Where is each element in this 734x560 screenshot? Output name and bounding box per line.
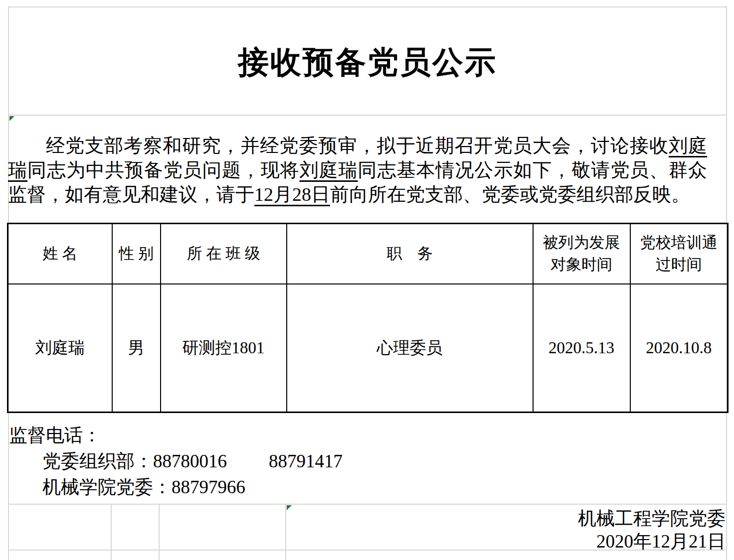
candidate-table: 姓 名 性 别 所 在 班 级 职 务 被列为发展 对象时间 党校培训通 过时间… (7, 223, 729, 413)
column-header-position: 职 务 (287, 224, 533, 284)
gridline-vertical (111, 504, 112, 560)
paragraph-text: 同志为中共预备党员问题，现将 (27, 159, 300, 180)
column-header-gender: 性 别 (112, 224, 161, 284)
error-indicator-icon (287, 505, 292, 510)
error-indicator-icon (9, 116, 14, 121)
gridline-horizontal (8, 504, 727, 505)
signoff-block: 机械工程学院党委 2020年12月21日 (578, 507, 726, 553)
cell-development-date: 2020.5.13 (533, 284, 630, 413)
supervision-line-orgdept: 党委组织部：8878001688791417 (9, 448, 557, 474)
candidate-name-underlined: 刘庭瑞 (300, 159, 358, 180)
supervision-heading: 监督电话： (9, 422, 557, 448)
cell-name: 刘庭瑞 (8, 284, 112, 413)
cell-training-date: 2020.10.8 (630, 284, 728, 413)
signoff-org: 机械工程学院党委 (578, 507, 726, 530)
supervision-phone-section: 监督电话： 党委组织部：8878001688791417 机械学院党委：8879… (9, 422, 557, 500)
table-row: 刘庭瑞 男 研测控1801 心理委员 2020.5.13 2020.10.8 (8, 284, 728, 413)
cell-class: 研测控1801 (161, 284, 287, 413)
orgdept-label: 党委组织部： (42, 451, 153, 471)
column-header-class: 所 在 班 级 (161, 224, 287, 284)
cell-gender: 男 (112, 284, 161, 413)
column-header-development-date: 被列为发展 对象时间 (533, 224, 630, 284)
column-header-name: 姓 名 (8, 224, 112, 284)
notice-paragraph: 经党支部考察和研究，并经党委预审，拟于近期召开党员大会，讨论接收刘庭瑞同志为中共… (8, 134, 707, 207)
signoff-date: 2020年12月21日 (578, 530, 726, 553)
column-header-training-date: 党校培训通 过时间 (630, 224, 728, 284)
table-header-row: 姓 名 性 别 所 在 班 级 职 务 被列为发展 对象时间 党校培训通 过时间 (8, 224, 728, 284)
cell-position: 心理委员 (287, 284, 533, 413)
orgdept-phone-1: 88780016 (153, 451, 227, 471)
spreadsheet-page: 接收预备党员公示 经党支部考察和研究，并经党委预审，拟于近期召开党员大会，讨论接… (0, 0, 734, 560)
college-phone: 88797966 (172, 477, 245, 497)
gridline-vertical (285, 504, 286, 560)
gridline-horizontal (8, 115, 727, 116)
paragraph-text: 前向所在党支部、党委或党委组织部反映。 (330, 184, 690, 205)
orgdept-phone-2: 88791417 (269, 451, 343, 471)
document-title: 接收预备党员公示 (8, 7, 727, 115)
gridline-vertical (159, 504, 160, 560)
supervision-line-college: 机械学院党委：88797966 (9, 474, 557, 500)
college-label: 机械学院党委： (42, 477, 172, 497)
deadline-underlined: 12月28日 (254, 184, 330, 205)
paragraph-text: 经党支部考察和研究，并经党委预审，拟于近期召开党员大会，讨论接收 (46, 135, 669, 156)
